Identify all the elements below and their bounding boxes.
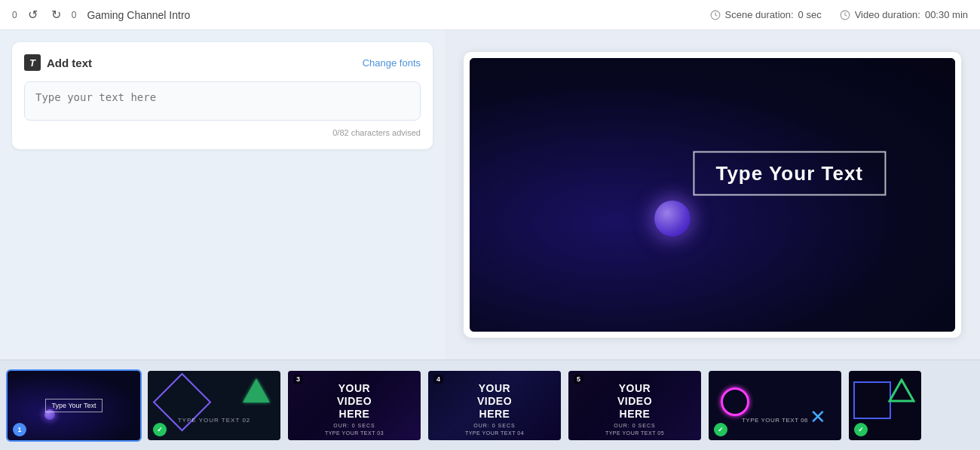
redo-count: 0	[72, 10, 77, 20]
filmstrip: Type Your Text 1 TYPE YOUR TEXT 02 ✓ YOU…	[0, 360, 980, 450]
preview-container: Type Your Text	[464, 52, 961, 337]
neon-triangle	[243, 378, 270, 403]
thumb-3-title: YOURVIDEOHERE	[337, 382, 372, 420]
main-content: T Add text Change fonts 0/82 characters …	[0, 30, 980, 360]
video-duration-value: 00:30 min	[925, 9, 968, 20]
thumb-1-badge: 1	[13, 423, 26, 436]
video-clock-icon	[840, 10, 850, 20]
text-input[interactable]	[24, 81, 421, 121]
add-text-card: T Add text Change fonts 0/82 characters …	[12, 42, 433, 149]
text-icon: T	[24, 54, 41, 71]
text-overlay-box[interactable]: Type Your Text	[693, 151, 886, 195]
orb-element	[654, 201, 691, 237]
thumb-2-text: TYPE YOUR TEXT 02	[178, 417, 251, 424]
preview-canvas: Type Your Text	[470, 58, 955, 331]
thumb-7-inner: ✓	[849, 371, 921, 440]
thumb-6-badge: ✓	[714, 423, 727, 436]
neon-cross: ✕	[810, 407, 826, 427]
thumb-2-inner: TYPE YOUR TEXT 02 ✓	[148, 371, 280, 440]
filmstrip-thumb-5[interactable]: YOURVIDEOHERE OUR: 0 SECS TYPE YOUR TEXT…	[567, 369, 703, 442]
thumb-5-number: 5	[574, 375, 583, 384]
project-title: Gaming Channel Intro	[87, 9, 190, 21]
preview-text-label: Type Your Text	[715, 161, 863, 184]
filmstrip-thumb-6[interactable]: ✕ TYPE YOUR TEXT 06 ✓	[707, 369, 843, 442]
thumb-3-number: 3	[293, 375, 303, 384]
thumb-6-text: TYPE YOUR TEXT 06	[742, 417, 808, 424]
thumb-2-content: TYPE YOUR TEXT 02	[148, 371, 280, 440]
filmstrip-thumb-4[interactable]: YOURVIDEOHERE OUR: 0 SECS TYPE YOUR TEXT…	[427, 369, 562, 442]
scene-duration-value: 0 sec	[798, 9, 822, 20]
filmstrip-thumb-3[interactable]: YOURVIDEOHERE OUR: 0 SECS TYPE YOUR TEXT…	[286, 369, 422, 442]
thumb-5-subtitle: OUR: 0 SECS	[614, 423, 655, 428]
char-count: 0/82 characters advised	[24, 128, 421, 137]
thumb-4-inner: YOURVIDEOHERE OUR: 0 SECS TYPE YOUR TEXT…	[428, 371, 561, 440]
right-panel: Type Your Text	[445, 30, 980, 360]
thumb-1-inner: Type Your Text 1	[8, 371, 140, 440]
thumb-2-badge: ✓	[153, 423, 167, 436]
left-panel: T Add text Change fonts 0/82 characters …	[0, 30, 445, 360]
thumb-4-number: 4	[433, 375, 443, 384]
thumb-4-subtitle: OUR: 0 SECS	[473, 423, 515, 428]
undo-count: 0	[12, 10, 17, 20]
thumb-3-bottom: TYPE YOUR TEXT 03	[325, 430, 384, 436]
thumb-6-inner: ✕ TYPE YOUR TEXT 06 ✓	[709, 371, 841, 440]
add-text-title-group: T Add text	[24, 54, 92, 71]
add-text-header: T Add text Change fonts	[24, 54, 421, 71]
thumb-5-inner: YOURVIDEOHERE OUR: 0 SECS TYPE YOUR TEXT…	[568, 371, 701, 440]
video-duration-label: Video duration:	[855, 9, 920, 20]
add-text-label: Add text	[47, 57, 92, 69]
svg-marker-2	[890, 380, 914, 401]
scene-duration-meta: Scene duration: 0 sec	[710, 9, 822, 20]
thumb-7-badge: ✓	[854, 423, 868, 436]
thumb-6-content: ✕ TYPE YOUR TEXT 06	[709, 371, 841, 440]
video-duration-meta: Video duration: 00:30 min	[840, 9, 968, 20]
scene-duration-label: Scene duration:	[725, 9, 794, 20]
neon-square	[853, 381, 891, 419]
neon-triangle-green	[888, 378, 915, 403]
thumb-1-text: Type Your Text	[45, 399, 103, 412]
topbar-right: Scene duration: 0 sec Video duration: 00…	[710, 9, 968, 20]
change-fonts-button[interactable]: Change fonts	[363, 57, 421, 69]
filmstrip-thumb-2[interactable]: TYPE YOUR TEXT 02 ✓	[146, 369, 282, 442]
thumb-3-subtitle: OUR: 0 SECS	[333, 423, 375, 428]
thumb-4-title: YOURVIDEOHERE	[477, 382, 512, 420]
thumb-4-bottom: TYPE YOUR TEXT 04	[465, 430, 524, 436]
topbar: 0 ↺ ↻ 0 Gaming Channel Intro Scene durat…	[0, 0, 980, 30]
filmstrip-thumb-1[interactable]: Type Your Text 1	[6, 369, 142, 442]
clock-icon	[710, 10, 721, 20]
thumb-3-inner: YOURVIDEOHERE OUR: 0 SECS TYPE YOUR TEXT…	[288, 371, 421, 440]
neon-circle-pink	[721, 387, 749, 416]
thumb-5-bottom: TYPE YOUR TEXT 05	[605, 430, 664, 436]
undo-button[interactable]: ↺	[25, 6, 41, 23]
thumb-5-title: YOURVIDEOHERE	[617, 382, 652, 420]
filmstrip-thumb-7[interactable]: ✓	[847, 369, 923, 442]
redo-button[interactable]: ↻	[48, 6, 64, 23]
